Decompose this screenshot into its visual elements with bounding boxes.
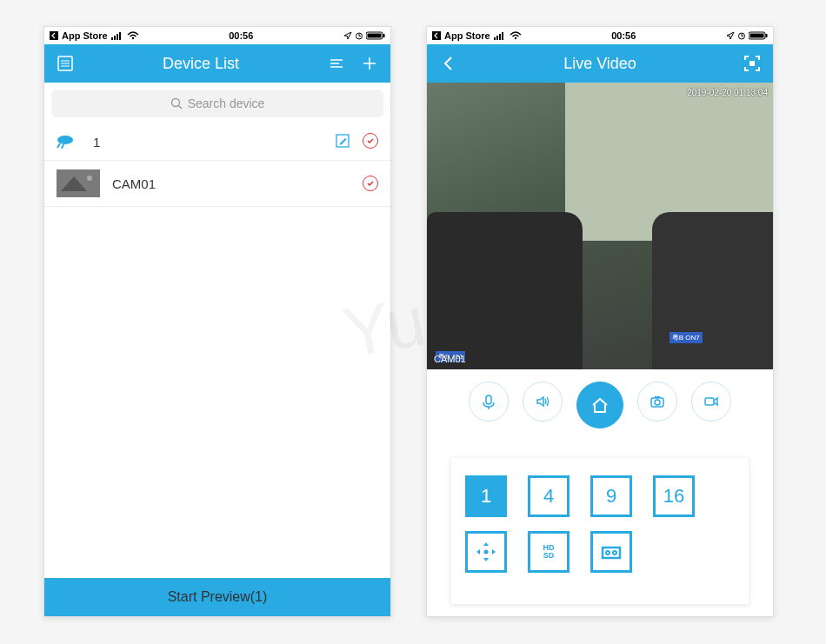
edit-icon (335, 133, 350, 149)
wifi-icon (127, 31, 139, 40)
fullscreen-button[interactable] (742, 53, 763, 74)
control-row (427, 369, 773, 441)
mic-button[interactable] (469, 382, 509, 422)
speaker-icon (534, 393, 551, 410)
back-chevron-icon (50, 31, 58, 40)
alarm-icon (355, 31, 363, 40)
search-icon (170, 97, 183, 110)
sd-label: SD (543, 552, 555, 560)
svg-point-23 (57, 136, 73, 144)
svg-rect-31 (496, 36, 498, 40)
search-input[interactable]: Search device (51, 90, 383, 117)
phone-live-video: App Store 00:56 Live Video 粤B J91 粤B ON7… (426, 26, 774, 617)
appstore-label[interactable]: App Store (62, 30, 108, 41)
page-title: Device List (76, 55, 326, 73)
svg-rect-10 (367, 34, 381, 38)
back-button[interactable] (437, 53, 458, 74)
grid-16-button[interactable]: 16 (653, 475, 695, 517)
record-button[interactable] (691, 382, 731, 422)
svg-rect-41 (749, 61, 755, 66)
wifi-icon (510, 31, 522, 40)
edit-button[interactable] (335, 133, 350, 151)
check-icon (366, 179, 375, 188)
video-icon (703, 393, 720, 410)
battery-icon (366, 31, 385, 40)
svg-rect-46 (705, 398, 714, 405)
battery-icon (749, 31, 768, 40)
home-button[interactable] (576, 382, 623, 428)
camera-icon (649, 393, 666, 410)
quality-button[interactable]: HD SD (528, 531, 570, 573)
add-button[interactable] (359, 53, 380, 74)
svg-line-25 (62, 144, 63, 149)
select-checkbox[interactable] (363, 133, 378, 149)
svg-rect-45 (655, 396, 660, 398)
home-icon (590, 395, 610, 415)
status-time: 00:56 (611, 30, 636, 41)
grid-9-button[interactable]: 9 (590, 475, 632, 517)
chevron-left-icon (442, 55, 454, 72)
mic-icon (480, 393, 497, 410)
svg-rect-1 (111, 37, 113, 40)
menu-icon (57, 55, 74, 72)
speaker-button[interactable] (523, 382, 563, 422)
location-icon (343, 31, 352, 40)
device-row[interactable]: CAM01 (44, 161, 390, 207)
search-placeholder: Search device (188, 96, 265, 110)
status-time: 00:56 (229, 30, 253, 41)
svg-rect-40 (765, 34, 767, 37)
fullscreen-icon (743, 54, 762, 73)
video-camera-label: CAM01 (434, 354, 466, 364)
device-name: 1 (93, 135, 323, 149)
svg-point-49 (606, 551, 610, 554)
video-tape-icon (598, 539, 624, 565)
svg-rect-2 (114, 36, 116, 40)
phone-device-list: App Store 00:56 Device List Search devic… (43, 26, 391, 617)
ptz-icon (473, 539, 499, 565)
camera-thumbnail (57, 169, 100, 197)
svg-rect-0 (50, 31, 58, 40)
svg-point-28 (87, 176, 92, 181)
grid-panel: 1 4 9 16 HD SD (451, 458, 749, 604)
video-timestamp: 2019-02-20 01:13:04 (687, 88, 768, 97)
plus-icon (361, 55, 378, 72)
alarm-icon (737, 31, 746, 40)
status-bar: App Store 00:56 (44, 27, 390, 44)
svg-rect-30 (494, 37, 496, 40)
location-icon (726, 31, 735, 40)
signal-icon (494, 31, 506, 40)
svg-point-44 (655, 400, 660, 405)
svg-rect-32 (499, 34, 501, 40)
svg-line-24 (57, 143, 60, 148)
filter-button[interactable] (326, 53, 347, 74)
grid-4-button[interactable]: 4 (528, 475, 570, 517)
svg-rect-29 (432, 31, 441, 40)
device-row[interactable]: 1 (44, 124, 390, 161)
device-name: CAM01 (112, 176, 350, 191)
app-header: Device List (44, 44, 390, 83)
filter-icon (328, 55, 345, 72)
appstore-label[interactable]: App Store (444, 30, 490, 41)
grid-1-button[interactable]: 1 (465, 475, 507, 517)
app-header: Live Video (427, 44, 773, 83)
svg-rect-3 (117, 34, 118, 40)
svg-point-50 (613, 551, 616, 554)
svg-rect-4 (119, 32, 121, 40)
start-preview-button[interactable]: Start Preview(1) (44, 578, 390, 616)
svg-line-22 (178, 106, 182, 110)
svg-rect-33 (502, 32, 503, 40)
menu-button[interactable] (55, 53, 76, 74)
svg-point-47 (484, 550, 489, 554)
back-chevron-icon (432, 31, 441, 40)
ptz-button[interactable] (465, 531, 507, 573)
check-icon (366, 136, 375, 145)
video-feed[interactable]: 粤B J91 粤B ON7 2019-02-20 01:13:04 CAM01 (427, 83, 773, 369)
camera-group-icon (57, 133, 81, 151)
svg-point-21 (171, 99, 179, 107)
svg-rect-42 (486, 395, 491, 404)
select-checkbox[interactable] (363, 176, 378, 191)
record-grid-button[interactable] (590, 531, 632, 573)
status-bar: App Store 00:56 (427, 27, 773, 44)
snapshot-button[interactable] (637, 382, 677, 422)
page-title: Live Video (458, 55, 742, 73)
